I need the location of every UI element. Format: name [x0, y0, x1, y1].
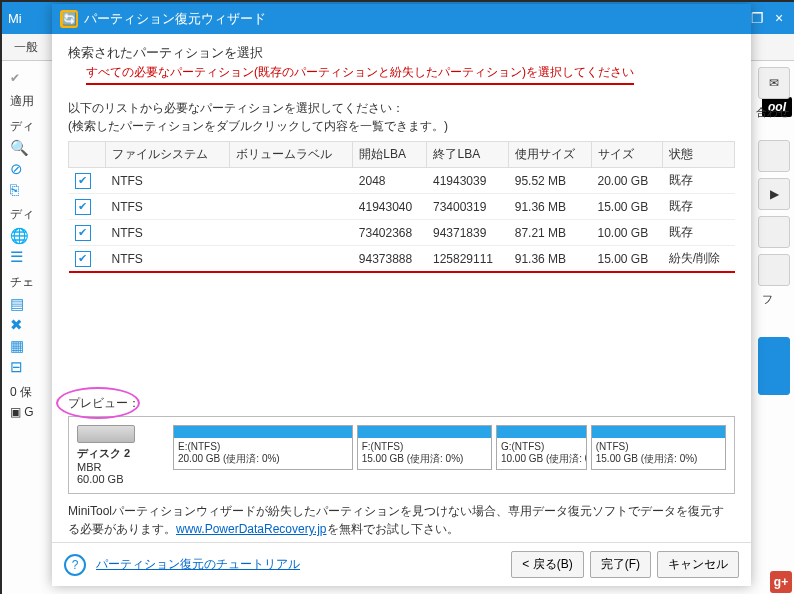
cell-status: 既存 — [663, 220, 735, 246]
preview-partition[interactable]: F:(NTFS)15.00 GB (使用済: 0%) — [357, 425, 492, 470]
drive-box-2[interactable] — [758, 216, 790, 248]
g-drive-label: ▣ G — [10, 405, 34, 419]
cell-used: 95.52 MB — [509, 168, 592, 194]
cell-used: 87.21 MB — [509, 220, 592, 246]
preview-panel: ディスク 2 MBR 60.00 GB E:(NTFS)20.00 GB (使用… — [68, 416, 735, 494]
cell-used: 91.36 MB — [509, 246, 592, 273]
cell-fs: NTFS — [106, 194, 230, 220]
cancel-button[interactable]: キャンセル — [657, 551, 739, 578]
wizard-icon: 🔄 — [60, 10, 78, 28]
cell-size: 10.00 GB — [592, 220, 663, 246]
cell-status: 紛失/削除 — [663, 246, 735, 273]
cell-start: 73402368 — [353, 220, 427, 246]
cell-size: 20.00 GB — [592, 168, 663, 194]
col-status[interactable]: 状態 — [663, 142, 735, 168]
right-label: 合わせ — [756, 105, 794, 120]
close-icon[interactable]: × — [768, 10, 790, 26]
cell-fs: NTFS — [106, 246, 230, 273]
col-start[interactable]: 開始LBA — [353, 142, 427, 168]
cell-size: 15.00 GB — [592, 194, 663, 220]
cell-status: 既存 — [663, 168, 735, 194]
cell-start: 2048 — [353, 168, 427, 194]
cell-vol — [229, 194, 353, 220]
col-fs[interactable]: ファイルシステム — [106, 142, 230, 168]
recovery-note: MiniToolパーティションウィザードが紛失したパーティションを見つけない場合… — [68, 502, 735, 538]
cell-end: 41943039 — [427, 168, 509, 194]
preview-partition[interactable]: G:(NTFS)10.00 GB (使用済: 0%) — [496, 425, 587, 470]
col-vol[interactable]: ボリュームラベル — [229, 142, 353, 168]
preview-partition[interactable]: (NTFS)15.00 GB (使用済: 0%) — [591, 425, 726, 470]
recovery-link[interactable]: www.PowerDataRecovery.jp — [176, 522, 327, 536]
back-button[interactable]: < 戻る(B) — [511, 551, 583, 578]
col-end[interactable]: 終了LBA — [427, 142, 509, 168]
wizard-heading: 検索されたパーティションを選択 — [68, 44, 735, 62]
cell-vol — [229, 246, 353, 273]
tab-general[interactable]: 一般 — [14, 39, 38, 56]
play-icon[interactable]: ▶ — [758, 178, 790, 210]
cell-used: 91.36 MB — [509, 194, 592, 220]
mail-icon[interactable]: ✉ — [758, 67, 790, 99]
highlight-circle — [56, 387, 140, 419]
drive-box-3[interactable] — [758, 254, 790, 286]
cell-fs: NTFS — [106, 168, 230, 194]
blue-panel[interactable] — [758, 337, 790, 395]
disk-icon — [77, 425, 135, 443]
cell-size: 15.00 GB — [592, 246, 663, 273]
gplus-icon[interactable]: g+ — [770, 571, 792, 593]
row-checkbox[interactable]: ✔ — [75, 199, 91, 215]
app-right-toolbar: ✉ 合わせ ▶ フ — [750, 61, 794, 594]
cell-fs: NTFS — [106, 220, 230, 246]
row-checkbox[interactable]: ✔ — [75, 225, 91, 241]
col-size[interactable]: サイズ — [592, 142, 663, 168]
partition-row[interactable]: ✔NTFS419430407340031991.36 MB15.00 GB既存 — [69, 194, 735, 220]
cell-end: 125829111 — [427, 246, 509, 273]
row-checkbox[interactable]: ✔ — [75, 251, 91, 267]
drive-box[interactable] — [758, 140, 790, 172]
play-label: フ — [762, 292, 794, 307]
wizard-title: パーティション復元ウィザード — [84, 10, 743, 28]
partition-row[interactable]: ✔NTFS9437388812582911191.36 MB15.00 GB紛失… — [69, 246, 735, 273]
cell-status: 既存 — [663, 194, 735, 220]
partition-recovery-wizard: 🔄 パーティション復元ウィザード 検索されたパーティションを選択 すべての必要な… — [52, 4, 751, 586]
partition-row[interactable]: ✔NTFS20484194303995.52 MB20.00 GB既存 — [69, 168, 735, 194]
preview-partition[interactable]: E:(NTFS)20.00 GB (使用済: 0%) — [173, 425, 353, 470]
row-checkbox[interactable]: ✔ — [75, 173, 91, 189]
wizard-subheading: すべての必要なパーティション(既存のパーティションと紛失したパーティション)を選… — [86, 64, 634, 85]
cell-end: 73400319 — [427, 194, 509, 220]
finish-button[interactable]: 完了(F) — [590, 551, 651, 578]
partition-table: ファイルシステム ボリュームラベル 開始LBA 終了LBA 使用サイズ サイズ … — [68, 141, 735, 273]
cell-vol — [229, 168, 353, 194]
partition-row[interactable]: ✔NTFS734023689437183987.21 MB10.00 GB既存 — [69, 220, 735, 246]
col-check[interactable] — [69, 142, 106, 168]
help-icon[interactable]: ? — [64, 554, 86, 576]
cell-vol — [229, 220, 353, 246]
cell-start: 94373888 — [353, 246, 427, 273]
wizard-instructions: 以下のリストから必要なパーティションを選択してください： (検索したパーティショ… — [68, 99, 735, 135]
tutorial-link[interactable]: パーティション復元のチュートリアル — [96, 556, 505, 573]
disk-info: ディスク 2 MBR 60.00 GB — [77, 425, 167, 485]
wizard-titlebar: 🔄 パーティション復元ウィザード — [52, 4, 751, 34]
col-used[interactable]: 使用サイズ — [509, 142, 592, 168]
cell-end: 94371839 — [427, 220, 509, 246]
cell-start: 41943040 — [353, 194, 427, 220]
wizard-footer: ? パーティション復元のチュートリアル < 戻る(B) 完了(F) キャンセル — [52, 542, 751, 586]
